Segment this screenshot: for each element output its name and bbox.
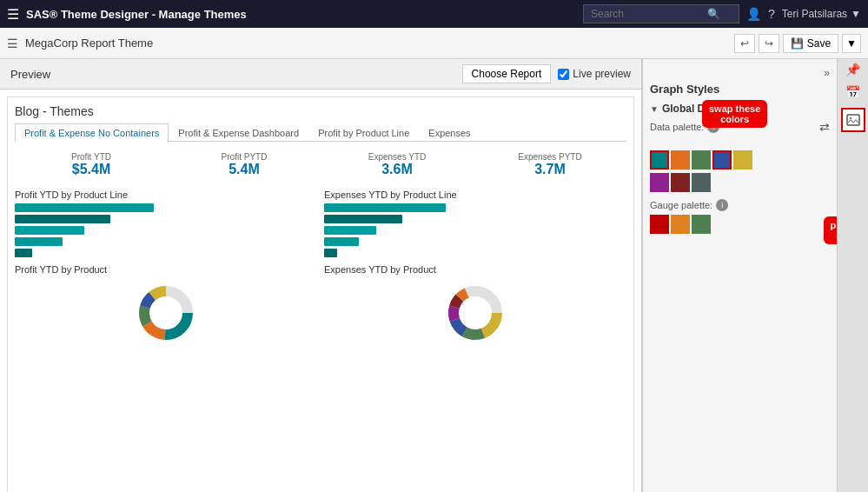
- left-panel: Preview Choose Report Live preview Blog …: [0, 59, 642, 492]
- kpi-expenses-pytd: Expenses PYTD 3.7M: [474, 149, 626, 181]
- kpi-profit-ytd-value: $5.4M: [22, 162, 161, 177]
- user-circle-icon[interactable]: 👤: [746, 7, 761, 21]
- live-preview-toggle: Live preview: [558, 68, 631, 80]
- svg-point-14: [849, 117, 851, 120]
- bar: [324, 215, 402, 223]
- donut-chart-expenses: [445, 283, 506, 343]
- bar-row: [15, 215, 317, 223]
- collapse-arrow-icon[interactable]: ▼: [650, 104, 659, 114]
- panel-collapse-button[interactable]: »: [824, 67, 830, 79]
- tab-profit-by-product-line[interactable]: Profit by Product Line: [308, 123, 419, 142]
- hamburger-icon[interactable]: ☰: [7, 6, 19, 23]
- right-panel-sidebar: 📌 📅: [837, 59, 868, 492]
- menu-icon[interactable]: ☰: [7, 37, 18, 50]
- global-data-colors-subsection: ▼ Global Data Colors Data palette: i ⇄ s…: [650, 103, 830, 234]
- save-dropdown-button[interactable]: ▼: [842, 34, 861, 53]
- bar-row: [15, 203, 317, 212]
- color-swatch-green[interactable]: [692, 150, 711, 170]
- color-swatch-slate[interactable]: [692, 173, 711, 192]
- graph-styles-area: Graph Styles ▼ Global Data Colors Data p…: [650, 83, 830, 234]
- bar: [15, 237, 63, 246]
- bar: [324, 226, 376, 235]
- color-swatch-yellow[interactable]: [733, 150, 752, 170]
- save-icon: 💾: [791, 37, 804, 50]
- kpi-row: Profit YTD $5.4M Profit PYTD 5.4M Expens…: [15, 149, 626, 181]
- bar: [15, 215, 110, 223]
- choose-report-button[interactable]: Choose Report: [462, 64, 552, 83]
- color-swatch-orange[interactable]: [671, 150, 690, 170]
- kpi-expenses-ytd: Expenses YTD 3.6M: [321, 149, 474, 181]
- sidebar-pin-icon: 📌: [845, 63, 860, 76]
- gauge-swatch-green[interactable]: [692, 215, 711, 234]
- tab-profit-expense-dashboard[interactable]: Profit & Expense Dashboard: [169, 123, 308, 142]
- bar: [15, 249, 32, 257]
- bar-row: [15, 237, 317, 246]
- kpi-profit-pytd-label: Profit PYTD: [175, 152, 314, 162]
- main-layout: Preview Choose Report Live preview Blog …: [0, 59, 868, 492]
- bar: [15, 203, 154, 212]
- kpi-profit-pytd-value: 5.4M: [175, 162, 314, 177]
- kpi-profit-pytd: Profit PYTD 5.4M: [168, 149, 321, 181]
- color-swatch-dark-red[interactable]: [671, 173, 690, 192]
- sidebar-panel-icon-calendar[interactable]: 📅: [841, 80, 865, 104]
- kpi-expenses-ytd-value: 3.6M: [328, 162, 467, 177]
- top-nav: ☰ SAS® Theme Designer - Manage Themes 🔍 …: [0, 0, 868, 28]
- swap-colors-button[interactable]: ⇄: [819, 120, 830, 134]
- gauge-palette-info-icon[interactable]: i: [716, 199, 728, 211]
- username: Teri Patsilaras: [782, 8, 847, 20]
- bar-row: [324, 237, 626, 246]
- kpi-expenses-pytd-label: Expenses PYTD: [480, 152, 620, 162]
- preview-header: Preview Choose Report Live preview: [0, 59, 641, 90]
- bar-row: [324, 249, 626, 257]
- kpi-profit-ytd: Profit YTD $5.4M: [15, 149, 168, 181]
- kpi-profit-ytd-label: Profit YTD: [22, 152, 161, 162]
- search-bar: 🔍: [583, 4, 739, 23]
- chart-profit-ytd-product-line-title: Profit YTD by Product Line: [15, 189, 317, 200]
- help-icon[interactable]: ?: [768, 7, 775, 21]
- live-preview-checkbox[interactable]: [558, 69, 569, 80]
- gauge-palette-row: Gauge palette: i pick newcolors: [650, 199, 830, 234]
- donut-chart-profit: [136, 283, 196, 343]
- chart-profit-ytd-product: Profit YTD by Product: [15, 264, 317, 348]
- right-panel-content: » Graph Styles ▼ Global Data Colors Data…: [643, 59, 837, 492]
- gauge-color-swatches: [650, 215, 830, 234]
- bar: [324, 203, 446, 212]
- data-color-swatches-row2: [650, 173, 830, 192]
- redo-button[interactable]: ↪: [759, 34, 779, 53]
- tab-profit-expense-no-containers[interactable]: Profit & Expense No Containers: [15, 123, 169, 142]
- user-dropdown-icon[interactable]: ▼: [851, 8, 861, 20]
- save-button[interactable]: 💾 Save: [783, 34, 838, 53]
- color-swatch-blue[interactable]: [712, 150, 732, 170]
- sidebar-panel-icon-image[interactable]: [841, 108, 865, 132]
- report-tabs: Profit & Expense No Containers Profit & …: [15, 123, 626, 142]
- color-swatch-teal[interactable]: [650, 150, 669, 170]
- chart-profit-ytd-product-line: Profit YTD by Product Line: [15, 189, 317, 257]
- bar: [324, 237, 359, 246]
- chart-expenses-ytd-product: Expenses YTD by Product: [324, 264, 626, 348]
- chart-profit-ytd-product-title: Profit YTD by Product: [15, 264, 317, 275]
- preview-controls: Choose Report Live preview: [462, 64, 631, 83]
- svg-rect-13: [847, 115, 859, 125]
- search-input[interactable]: [591, 8, 704, 20]
- bar: [15, 226, 84, 235]
- app-title: SAS® Theme Designer - Manage Themes: [26, 8, 576, 21]
- secondary-toolbar: ☰ MegaCorp Report Theme ↩ ↪ 💾 Save ▼: [0, 28, 868, 59]
- nav-icons: 👤 ? Teri Patsilaras ▼: [746, 7, 861, 21]
- undo-button[interactable]: ↩: [734, 34, 755, 53]
- gauge-swatch-orange[interactable]: [671, 215, 690, 234]
- bar-row: [324, 203, 626, 212]
- image-icon: [846, 113, 860, 127]
- bar-row: [324, 215, 626, 223]
- bar-row: [15, 226, 317, 235]
- bar-chart-expenses: [324, 203, 626, 257]
- search-icon: 🔍: [707, 8, 720, 20]
- toolbar-actions: ↩ ↪ 💾 Save ▼: [734, 34, 861, 53]
- bar: [324, 249, 337, 257]
- gauge-swatch-red[interactable]: [650, 215, 669, 234]
- chart-expenses-ytd-product-line-title: Expenses YTD by Product Line: [324, 189, 626, 200]
- chart-expenses-ytd-product-line: Expenses YTD by Product Line: [324, 189, 626, 257]
- color-swatch-purple[interactable]: [650, 173, 669, 192]
- right-panel: » Graph Styles ▼ Global Data Colors Data…: [642, 59, 868, 492]
- tab-expenses[interactable]: Expenses: [419, 123, 480, 142]
- theme-name: MegaCorp Report Theme: [25, 37, 727, 50]
